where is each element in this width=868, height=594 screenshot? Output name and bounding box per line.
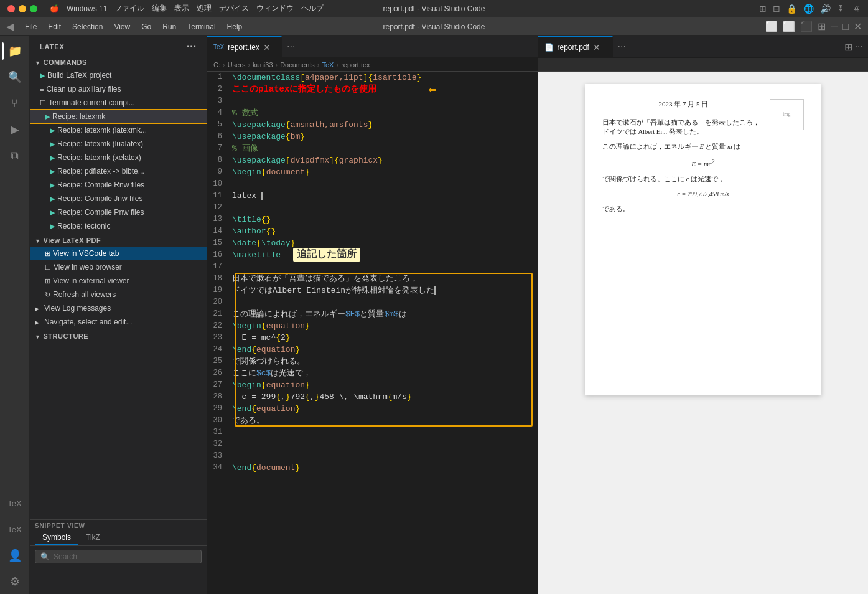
sidebar-item-navigate[interactable]: Navigate, select and edit... (30, 315, 207, 329)
tex-icon-1[interactable]: TeX (2, 491, 27, 516)
mac-menu-window[interactable]: ウィンドウ (256, 3, 294, 14)
sidebar-content: COMMANDS ▶ Build LaTeX project ≡ Clean u… (30, 55, 207, 519)
mac-menu-help[interactable]: ヘルプ (301, 3, 324, 14)
close-tab-pdf[interactable]: ✕ (593, 42, 600, 52)
breadcrumb-documents[interactable]: Documents (280, 61, 315, 68)
tex-icon-2[interactable]: TeX (2, 517, 27, 542)
structure-section[interactable]: STRUCTURE (30, 329, 207, 342)
sidebar-item-recipe-tectonic[interactable]: ▶ Recipe: tectonic (30, 219, 207, 233)
recipe-compile-pnw-icon: ▶ (50, 209, 55, 217)
settings-gear-icon[interactable]: ⚙ (2, 569, 27, 594)
breadcrumb-users[interactable]: Users (228, 61, 246, 68)
extensions-icon[interactable]: ⧉ (2, 143, 27, 168)
split-icon[interactable]: ⬜ (783, 21, 795, 32)
sidebar-item-recipe-latexmk-lm[interactable]: ▶ Recipe: latexmk (latexmk... (30, 123, 207, 137)
sidebar-item-refresh[interactable]: ↻ Refresh all viewers (30, 288, 207, 301)
code-line-32: 32 (207, 438, 538, 450)
commands-section[interactable]: COMMANDS (30, 55, 207, 68)
code-line-21: 21 この理論によれば，エネルギー$E$と質量$m$は (207, 308, 538, 320)
tab-symbols[interactable]: Symbols (35, 530, 78, 545)
tab-report-tex[interactable]: TeX report.tex ✕ (207, 36, 282, 57)
sidebar-item-recipe-compile-rnw[interactable]: ▶ Recipe: Compile Rnw files (30, 178, 207, 192)
restore-icon[interactable]: □ (842, 21, 849, 32)
code-line-28: 28 c = 299{,}792{,}458 \, \mathrm{m/s} (207, 391, 538, 403)
close-tab-tex[interactable]: ✕ (263, 42, 271, 52)
sidebar-more-icon[interactable]: ··· (187, 41, 197, 52)
breadcrumb-c[interactable]: C: (213, 61, 220, 68)
grid-icon[interactable]: ⊞ (818, 21, 826, 32)
sidebar-item-recipe-compile-pnw[interactable]: ▶ Recipe: Compile Pnw files (30, 205, 207, 219)
mac-menu-file[interactable]: ファイル (114, 3, 144, 14)
apple-icon[interactable]: 🍎 (50, 4, 59, 13)
pdf-preview-pane: img 2023 年 7 月 5 日 日本で漱石が「吾輩は猫である」を発表したこ… (538, 58, 869, 594)
search-input[interactable] (54, 552, 196, 561)
mac-app-name[interactable]: Windows 11 (67, 4, 107, 13)
menu-selection[interactable]: Selection (67, 21, 108, 33)
sidebar-item-view-vscode[interactable]: ⊞ View in VSCode tab (30, 247, 207, 260)
sidebar-item-view-external[interactable]: ⊞ View in external viewer (30, 274, 207, 288)
minimize-icon[interactable]: ─ (831, 21, 838, 32)
code-editor[interactable]: 1 \documentclass[a4paper,11pt]{isarticle… (207, 72, 538, 594)
breadcrumb-file[interactable]: report.tex (341, 61, 370, 68)
code-line-2: 2 ここのplatexに指定したものを使用 (207, 83, 538, 95)
mac-menu-process[interactable]: 処理 (197, 3, 212, 14)
editor-split: C: › Users › kuni33 › Documents › TeX › … (207, 58, 868, 594)
panel-icon[interactable]: ⬛ (800, 21, 813, 32)
code-line-24: 24 \end{equation} (207, 344, 538, 356)
right-more-button[interactable]: ··· (613, 36, 631, 57)
layout-icon[interactable]: ⬜ (765, 21, 778, 32)
menu-help[interactable]: Help (222, 21, 248, 33)
accounts-icon[interactable]: 👤 (2, 543, 27, 568)
back-arrow-icon[interactable]: ◀ (6, 21, 14, 32)
menu-terminal[interactable]: Terminal (182, 21, 220, 33)
mac-menu-device[interactable]: デバイス (219, 3, 249, 14)
search-activity-icon[interactable]: 🔍 (2, 65, 27, 90)
explorer-icon[interactable]: 📁 (2, 39, 27, 64)
code-line-30: 30 である。 (207, 415, 538, 427)
view-latex-pdf-section[interactable]: View LaTeX PDF (30, 233, 207, 247)
snippet-tabs: Symbols TikZ (30, 530, 207, 546)
sidebar-item-recipe-compile-jnw[interactable]: ▶ Recipe: Compile Jnw files (30, 192, 207, 205)
split-editor-icon[interactable]: ⊞ (844, 41, 852, 53)
build-icon: ▶ (40, 72, 45, 80)
sidebar-item-terminate[interactable]: ☐ Terminate current compi... (30, 96, 207, 110)
refresh-icon: ↻ (45, 291, 50, 299)
search-box[interactable]: 🔍 (35, 550, 202, 563)
sidebar-item-view-browser[interactable]: ☐ View in web browser (30, 260, 207, 274)
code-line-31: 31 (207, 427, 538, 438)
mac-menu-view[interactable]: 表示 (174, 3, 189, 14)
tab-report-pdf[interactable]: 📄 report.pdf ✕ (538, 36, 613, 57)
sidebar-item-cleanup[interactable]: ≡ Clean up auxiliary files (30, 82, 207, 96)
run-debug-icon[interactable]: ▶ (2, 117, 27, 142)
menu-file[interactable]: File (20, 21, 42, 33)
left-more-button[interactable]: ··· (282, 36, 300, 57)
sidebar-item-recipe-lualatex[interactable]: ▶ Recipe: latexmk (lualatex) (30, 137, 207, 151)
code-line-9: 9 \begin{document} (207, 166, 538, 178)
window-control-buttons: ⬜ ⬜ ⬛ ⊞ ─ □ ✕ (765, 21, 862, 32)
vscode-container: 📁 🔍 ⑂ ▶ ⧉ TeX TeX 👤 ⚙ LATEX ··· COMMANDS (0, 36, 868, 594)
sidebar-item-build[interactable]: ▶ Build LaTeX project (30, 68, 207, 82)
breadcrumb-kuni33[interactable]: kuni33 (253, 61, 273, 68)
mac-menu-edit[interactable]: 編集 (152, 3, 167, 14)
more-actions-icon[interactable]: ··· (855, 41, 863, 52)
breadcrumb-tex[interactable]: TeX (322, 61, 334, 68)
close-window-icon[interactable]: ✕ (854, 21, 862, 32)
tab-tikz[interactable]: TikZ (78, 530, 108, 545)
code-line-25: 25 で関係づけられる。 (207, 356, 538, 367)
sidebar-item-view-log[interactable]: View Log messages (30, 301, 207, 315)
close-button[interactable] (7, 5, 15, 12)
code-line-14: 14 \author{} (207, 225, 538, 237)
menu-run[interactable]: Run (157, 21, 181, 33)
snippet-label: SNIPPET VIEW (30, 520, 207, 530)
maximize-button[interactable] (30, 5, 37, 12)
sidebar-item-recipe-latexmk[interactable]: ▶ Recipe: latexmk (30, 110, 207, 123)
minimize-button[interactable] (19, 5, 26, 12)
pdf-para3: で関係づけられる。ここに c は光速で， (602, 174, 804, 184)
sidebar-item-recipe-pdflatex[interactable]: ▶ Recipe: pdflatex -> bibte... (30, 164, 207, 178)
menu-view[interactable]: View (109, 21, 135, 33)
sidebar-item-recipe-xelatex[interactable]: ▶ Recipe: latexmk (xelatex) (30, 151, 207, 164)
menu-edit[interactable]: Edit (43, 21, 66, 33)
menu-go[interactable]: Go (136, 21, 156, 33)
code-line-29: 29 \end{equation} (207, 403, 538, 415)
source-control-icon[interactable]: ⑂ (2, 91, 27, 116)
